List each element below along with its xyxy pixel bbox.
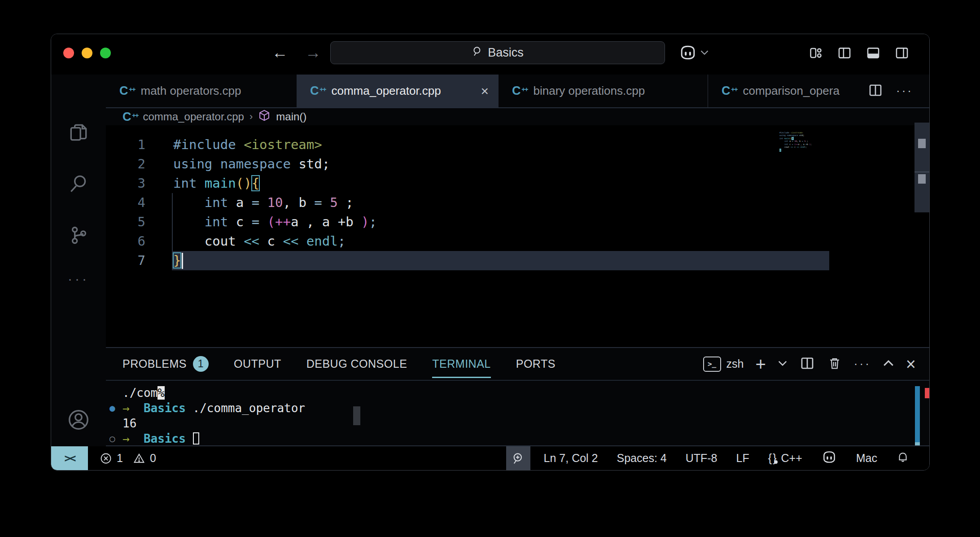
terminal-error-mark (925, 388, 929, 398)
close-window-button[interactable] (63, 48, 74, 58)
tab-label: comma_operator.cpp (332, 84, 441, 98)
editor-region: C++ math operators.cpp C++ comma_operato… (106, 75, 930, 447)
language-mode[interactable]: { } C++ (768, 452, 802, 465)
error-icon (100, 452, 112, 465)
braces-icon: { } (768, 452, 777, 465)
overview-ruler-bottom (914, 172, 930, 212)
breadcrumb: C++ comma_operator.cpp › main() (106, 108, 930, 125)
command-prompt-marker: ○ (109, 431, 115, 446)
breadcrumb-symbol[interactable]: main() (276, 110, 306, 123)
zoom-window-button[interactable] (100, 48, 111, 58)
terminal-content[interactable]: ./com%●→ Basics ./comma_operator16○→ Bas… (106, 385, 930, 446)
split-editor-icon[interactable] (867, 82, 884, 100)
breadcrumb-file[interactable]: comma_operator.cpp (143, 110, 244, 123)
terminal-line: 16 (106, 416, 930, 431)
cpp-file-icon: C++ (512, 84, 527, 98)
search-icon (472, 45, 483, 60)
tab-problems[interactable]: PROBLEMS 1 (122, 348, 209, 380)
go-forward-button[interactable]: → (305, 43, 321, 62)
scrollbar-thumb[interactable] (918, 139, 926, 148)
tab-debug-console[interactable]: DEBUG CONSOLE (306, 348, 407, 380)
customize-layout-icon[interactable] (808, 45, 823, 61)
tab-output[interactable]: OUTPUT (234, 348, 281, 380)
indentation[interactable]: Spaces: 4 (617, 452, 667, 465)
code-line: cout << c << endl; (173, 232, 377, 251)
problems-count-badge: 1 (193, 356, 209, 372)
tab-binary-operations[interactable]: C++ binary operations.cpp (499, 75, 708, 107)
command-center-search[interactable]: Basics (330, 41, 665, 64)
copilot-status-icon[interactable] (821, 450, 837, 467)
terminal-scroll-decoration (915, 386, 920, 442)
scrollbar-thumb[interactable] (918, 174, 926, 184)
terminal-line: ○→ Basics (106, 431, 930, 446)
copilot-menu[interactable] (678, 44, 709, 63)
code-line: int main(){ (173, 174, 377, 193)
terminal-cursor (193, 432, 199, 445)
code-line: } (173, 251, 377, 270)
explorer-icon[interactable] (67, 121, 90, 145)
tab-comma-operator[interactable]: C++ comma_operator.cpp × (297, 75, 499, 107)
overview-ruler-top (914, 123, 930, 172)
additional-views-icon[interactable]: ··· (68, 271, 89, 286)
terminal-dropdown-icon[interactable] (778, 360, 788, 369)
code-content[interactable]: #include <iostream>using namespace std;i… (173, 135, 377, 270)
source-control-icon[interactable] (67, 224, 90, 248)
toggle-panel-icon[interactable] (866, 45, 881, 61)
tab-math-operators[interactable]: C++ math operators.cpp (106, 75, 297, 107)
status-bar: >< 1 0 Ln 7, Col 2 Spaces: 4 UTF-8 LF (51, 446, 929, 470)
command-success-marker: ● (109, 401, 115, 416)
bottom-panel: PROBLEMS 1 OUTPUT DEBUG CONSOLE TERMINAL… (106, 347, 930, 447)
traffic-lights (63, 48, 111, 58)
tab-terminal[interactable]: TERMINAL (432, 348, 490, 380)
code-line: } (779, 149, 865, 152)
close-panel-icon[interactable]: × (906, 356, 916, 373)
terminal-icon: >_ (703, 357, 721, 372)
tab-label: comparison_opera (743, 84, 840, 98)
cpp-file-icon: C++ (119, 84, 135, 98)
text-cursor (182, 253, 183, 269)
terminal-ghost-block (353, 406, 360, 425)
activity-bar: ··· ⚙ (51, 75, 106, 446)
problems-status[interactable]: 1 0 (100, 452, 156, 465)
cpp-file-icon: C++ (310, 84, 325, 98)
go-back-button[interactable]: ← (272, 43, 288, 62)
tab-bar: C++ math operators.cpp C++ comma_operato… (106, 75, 930, 108)
split-terminal-icon[interactable] (799, 355, 815, 373)
copilot-icon (678, 44, 697, 63)
title-bar: ← → Basics (51, 34, 929, 75)
close-tab-icon[interactable]: × (481, 84, 489, 99)
line-numbers: 1234567 (106, 135, 145, 270)
breadcrumb-separator: › (249, 111, 253, 123)
notifications-bell-icon[interactable] (896, 450, 910, 467)
toggle-secondary-sidebar-icon[interactable] (894, 45, 910, 61)
maximize-panel-icon[interactable] (883, 359, 894, 369)
toggle-primary-sidebar-icon[interactable] (837, 45, 852, 61)
zoom-status-button[interactable] (506, 446, 530, 470)
host-indicator[interactable]: Mac (856, 452, 877, 465)
warning-count: 0 (150, 452, 156, 465)
tab-ports[interactable]: PORTS (516, 348, 556, 380)
remote-indicator[interactable]: >< (51, 446, 88, 470)
panel-more-actions-icon[interactable]: ··· (854, 357, 871, 371)
tab-comparison-operators[interactable]: C++ comparison_opera (708, 75, 864, 107)
minimize-window-button[interactable] (82, 48, 92, 58)
cursor-position[interactable]: Ln 7, Col 2 (544, 452, 598, 465)
new-terminal-button[interactable]: + (755, 355, 766, 373)
code-line: using namespace std; (173, 154, 377, 174)
minimap[interactable]: #include <iostream>using namespace std;i… (779, 132, 865, 163)
editor-more-actions-icon[interactable]: ··· (896, 84, 913, 98)
search-sidebar-icon[interactable] (67, 172, 90, 197)
code-editor[interactable]: 1234567 #include <iostream>using namespa… (106, 125, 930, 347)
eol-sequence[interactable]: LF (736, 452, 749, 465)
language-label: C++ (781, 452, 802, 465)
tab-label: math operators.cpp (141, 84, 241, 98)
code-line: int c = (++a , a +b ); (173, 212, 377, 232)
cpp-file-icon: C++ (722, 84, 737, 98)
indent-guide (172, 193, 173, 251)
kill-terminal-icon[interactable] (827, 356, 842, 373)
accounts-icon[interactable] (66, 408, 91, 434)
encoding[interactable]: UTF-8 (686, 452, 718, 465)
terminal-instance[interactable]: >_ zsh (703, 357, 744, 372)
editor-scrollbar[interactable] (914, 123, 930, 212)
code-line: #include <iostream> (173, 135, 377, 154)
